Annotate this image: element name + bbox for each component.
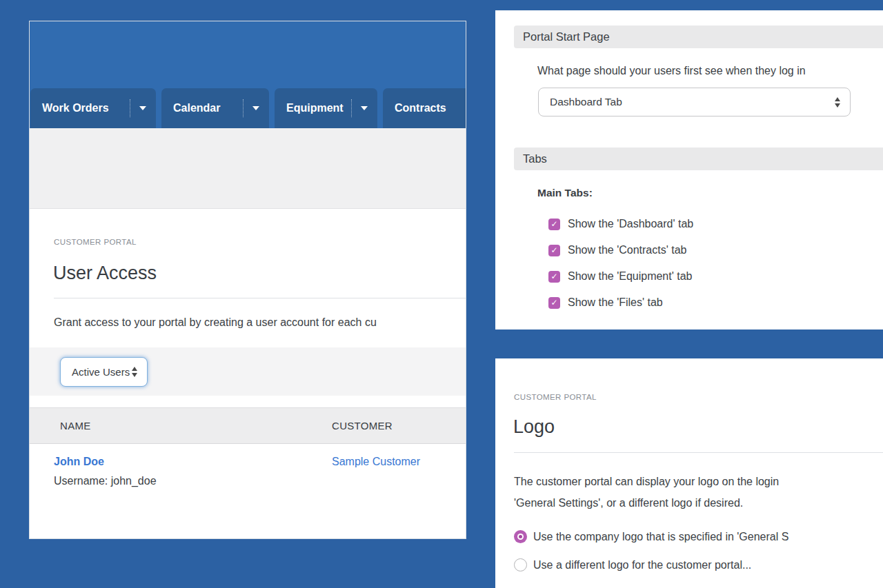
radio-label: Use the company logo that is specified i… — [533, 531, 788, 543]
column-header-name: NAME — [60, 420, 91, 432]
start-page-question: What page should your users first see wh… — [537, 65, 806, 77]
section-header-tabs: Tabs — [514, 148, 883, 170]
portal-toolbar-band — [30, 128, 466, 209]
tab-work-orders-label: Work Orders — [42, 102, 109, 114]
user-access-description: Grant access to your portal by creating … — [54, 316, 377, 329]
tab-calendar-label: Calendar — [173, 102, 220, 114]
checkbox-row-files: ✓ Show the 'Files' tab — [548, 296, 663, 309]
checkbox-dashboard-tab[interactable]: ✓ — [548, 219, 560, 230]
checkbox-row-equipment: ✓ Show the 'Equipment' tab — [548, 270, 692, 283]
customer-link[interactable]: Sample Customer — [332, 456, 420, 468]
tab-contracts-label: Contracts — [395, 102, 446, 114]
column-header-customer: CUSTOMER — [332, 420, 393, 432]
page-title: User Access — [53, 263, 157, 284]
checkbox-label: Show the 'Equipment' tab — [568, 270, 692, 283]
radio-row-different-logo: Use a different logo for the customer po… — [514, 558, 751, 571]
checkbox-contracts-tab[interactable]: ✓ — [548, 245, 560, 256]
checkbox-row-dashboard: ✓ Show the 'Dashboard' tab — [548, 218, 693, 230]
tab-work-orders[interactable]: Work Orders — [30, 88, 156, 128]
logo-title: Logo — [513, 416, 555, 438]
logo-panel: CUSTOMER PORTAL Logo The customer portal… — [495, 358, 883, 588]
radio-different-logo[interactable] — [514, 558, 527, 571]
users-table-header: NAME CUSTOMER — [30, 407, 466, 444]
chevron-down-icon[interactable] — [361, 106, 368, 110]
logo-description-line2: 'General Settings', or a different logo … — [514, 497, 743, 509]
chevron-down-icon[interactable] — [252, 106, 259, 110]
chevron-down-icon[interactable] — [139, 106, 146, 110]
tab-calendar[interactable]: Calendar — [161, 88, 269, 128]
radio-row-company-logo: Use the company logo that is specified i… — [514, 530, 788, 543]
section-header-portal-start-page: Portal Start Page — [514, 26, 883, 48]
tab-separator — [351, 99, 352, 117]
select-updown-icon — [132, 367, 137, 377]
customer-portal-eyebrow: CUSTOMER PORTAL — [514, 393, 597, 401]
tab-equipment[interactable]: Equipment — [275, 88, 377, 128]
radio-company-logo[interactable] — [514, 530, 527, 543]
customer-portal-eyebrow: CUSTOMER PORTAL — [54, 238, 137, 246]
checkbox-label: Show the 'Contracts' tab — [568, 244, 686, 256]
checkbox-row-contracts: ✓ Show the 'Contracts' tab — [548, 244, 686, 256]
tab-contracts[interactable]: Contracts — [383, 88, 466, 128]
user-username-text: Username: john_doe — [54, 475, 157, 487]
portal-nav-tabs: Work Orders Calendar Equipment Contracts — [30, 88, 466, 128]
portal-settings-panel: Portal Start Page What page should your … — [495, 10, 883, 330]
tab-separator — [243, 99, 244, 117]
user-filter-value: Active Users — [72, 366, 130, 378]
user-access-panel: Work Orders Calendar Equipment Contracts — [29, 21, 466, 539]
title-divider — [514, 452, 883, 453]
tab-separator — [130, 99, 130, 117]
start-page-select[interactable]: Dashboard Tab — [538, 88, 851, 116]
user-filter-select[interactable]: Active Users — [60, 357, 148, 387]
checkbox-label: Show the 'Dashboard' tab — [568, 218, 693, 230]
logo-description-line1: The customer portal can display your log… — [514, 476, 779, 488]
checkbox-label: Show the 'Files' tab — [568, 296, 663, 309]
start-page-select-value: Dashboard Tab — [550, 96, 622, 108]
user-name-link[interactable]: John Doe — [54, 456, 104, 468]
radio-label: Use a different logo for the customer po… — [533, 559, 751, 571]
main-tabs-label: Main Tabs: — [537, 187, 593, 199]
user-filter-band: Active Users — [30, 347, 466, 396]
select-updown-icon — [835, 97, 840, 108]
tab-equipment-label: Equipment — [286, 102, 344, 114]
checkbox-equipment-tab[interactable]: ✓ — [548, 271, 560, 283]
title-divider — [54, 298, 466, 298]
checkbox-files-tab[interactable]: ✓ — [548, 297, 560, 309]
